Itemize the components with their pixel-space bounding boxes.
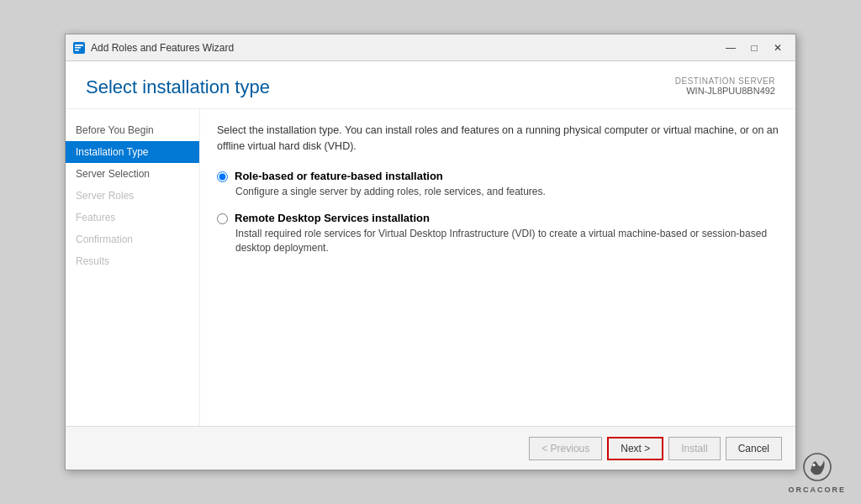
option-remote-desktop-desc: Install required role services for Virtu… — [235, 227, 779, 255]
cancel-button[interactable]: Cancel — [726, 437, 782, 460]
footer: < Previous Next > Install Cancel — [66, 426, 795, 470]
orcacore-logo: ORCACORE — [788, 450, 846, 494]
sidebar-item-before-you-begin[interactable]: Before You Begin — [66, 119, 199, 141]
content-area: Select the installation type. You can in… — [200, 109, 795, 426]
title-bar: Add Roles and Features Wizard — □ ✕ — [66, 34, 795, 61]
page-title: Select installation type — [86, 76, 270, 98]
intro-text: Select the installation type. You can in… — [217, 123, 779, 155]
main-area: Before You Begin Installation Type Serve… — [66, 109, 795, 426]
radio-remote-desktop[interactable] — [217, 213, 228, 224]
sidebar-item-features: Features — [66, 207, 199, 228]
close-button[interactable]: ✕ — [767, 39, 789, 56]
destination-server-info: DESTINATION SERVER WIN-JL8PUU8BN492 — [675, 76, 775, 96]
sidebar-item-server-selection[interactable]: Server Selection — [66, 163, 199, 185]
option-role-based-desc: Configure a single server by adding role… — [235, 185, 779, 199]
window-title: Add Roles and Features Wizard — [91, 42, 720, 54]
option-remote-desktop: Remote Desktop Services installation Ins… — [217, 212, 779, 255]
dest-server-name: WIN-JL8PUU8BN492 — [675, 86, 775, 96]
minimize-button[interactable]: — — [720, 39, 742, 56]
orca-logo-icon — [800, 450, 834, 484]
sidebar-item-confirmation: Confirmation — [66, 228, 199, 250]
sidebar-item-results: Results — [66, 250, 199, 272]
sidebar: Before You Begin Installation Type Serve… — [66, 109, 200, 426]
svg-rect-1 — [75, 45, 83, 46]
option-role-based: Role-based or feature-based installation… — [217, 170, 779, 199]
dest-label: DESTINATION SERVER — [675, 76, 775, 86]
option-role-based-row: Role-based or feature-based installation — [217, 170, 779, 182]
previous-button[interactable]: < Previous — [529, 437, 602, 460]
option-role-based-label[interactable]: Role-based or feature-based installation — [235, 170, 443, 182]
option-remote-desktop-label[interactable]: Remote Desktop Services installation — [235, 212, 430, 224]
install-button[interactable]: Install — [668, 437, 720, 460]
orcacore-text: ORCACORE — [788, 486, 846, 494]
next-button[interactable]: Next > — [607, 437, 663, 460]
svg-rect-2 — [75, 47, 81, 49]
radio-role-based[interactable] — [217, 171, 228, 182]
sidebar-item-server-roles: Server Roles — [66, 185, 199, 207]
window-controls: — □ ✕ — [720, 39, 789, 56]
wizard-window: Add Roles and Features Wizard — □ ✕ Sele… — [65, 34, 796, 470]
wizard-icon — [72, 41, 86, 55]
maximize-button[interactable]: □ — [743, 39, 765, 56]
header-area: Select installation type DESTINATION SER… — [66, 61, 795, 109]
option-remote-desktop-row: Remote Desktop Services installation — [217, 212, 779, 224]
sidebar-item-installation-type[interactable]: Installation Type — [66, 141, 199, 163]
svg-point-5 — [812, 464, 815, 466]
desktop: Add Roles and Features Wizard — □ ✕ Sele… — [0, 0, 861, 504]
svg-rect-3 — [75, 50, 79, 51]
window-content: Select installation type DESTINATION SER… — [66, 61, 795, 470]
